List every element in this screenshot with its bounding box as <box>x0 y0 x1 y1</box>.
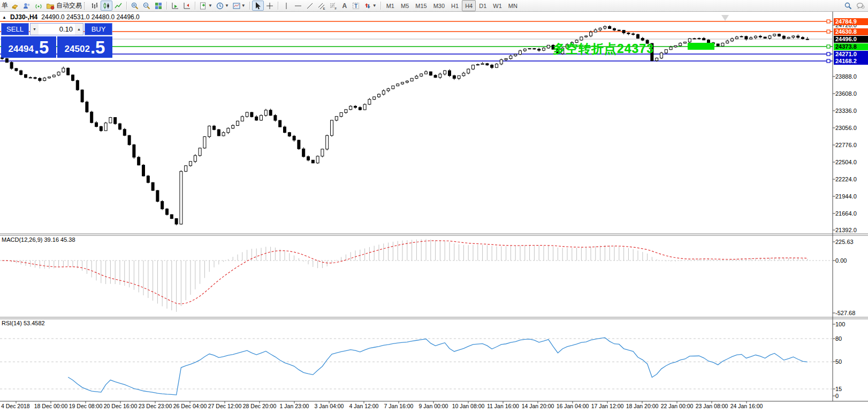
timeframe-m30[interactable]: M30 <box>430 0 448 11</box>
rsi-axis-tick: 80 <box>835 335 842 342</box>
timeframe-m15[interactable]: M15 <box>412 0 430 11</box>
timeframe-mn[interactable]: MN <box>505 0 521 11</box>
sell-price[interactable]: 24494 .5 <box>1 36 56 58</box>
bar-chart-icon[interactable] <box>89 1 101 11</box>
chevron-down-icon: ▼ <box>208 3 212 8</box>
volume-decrease-button[interactable]: ▼ <box>31 24 39 35</box>
tile-windows-icon[interactable] <box>153 1 164 11</box>
text-tool[interactable]: A <box>339 1 350 11</box>
time-axis-label: 9 Jan 00:00 <box>419 403 448 409</box>
collapse-arrow-icon[interactable]: ▲ <box>2 15 6 20</box>
timeframe-w1[interactable]: W1 <box>490 0 505 11</box>
community-icon[interactable] <box>21 1 33 11</box>
time-axis-label: 18 Dec 00:00 <box>34 403 67 409</box>
macd-axis-tick: 0.00 <box>835 257 847 264</box>
volume-stepper: ▼ ▲ <box>30 23 83 35</box>
chart-shift-icon[interactable] <box>181 1 193 11</box>
macd-axis-tick: -527.68 <box>835 310 855 316</box>
time-axis-label: 28 Dec 20:00 <box>243 403 276 409</box>
text-label-tool[interactable]: T <box>350 1 362 11</box>
volume-input[interactable] <box>39 24 75 35</box>
time-axis-label: 20 Dec 16:00 <box>104 403 137 409</box>
autotrading-label: 自动交易 <box>56 1 82 10</box>
price-badge: 24168.2 <box>834 58 868 65</box>
macd-indicator-label: MACD(12,26,9) 39.16 45.38 <box>2 236 75 243</box>
time-axis-label: 23 Jan 08:00 <box>696 403 728 409</box>
time-axis-label: 11 Jan 16:00 <box>487 403 519 409</box>
price-axis-tick: 23336.0 <box>835 108 857 114</box>
time-axis-label: 4 Jan 12:00 <box>349 403 379 409</box>
ohlc-values: 24490.0 24531.0 24480.0 24496.0 <box>41 13 140 21</box>
timeframe-d1[interactable]: D1 <box>476 0 490 11</box>
time-axis-label: 26 Dec 04:00 <box>173 403 207 409</box>
horizontal-line-tool[interactable] <box>292 1 304 11</box>
candlestick-chart-icon[interactable] <box>101 1 112 11</box>
timeframe-m1[interactable]: M1 <box>383 0 398 11</box>
chat-icon[interactable] <box>854 1 866 11</box>
time-axis-label: 1 Jan 23:00 <box>280 403 309 409</box>
svg-text:E: E <box>323 7 325 10</box>
price-axis-tick: 21944.0 <box>835 193 857 200</box>
periods-button[interactable]: ▼ <box>214 1 231 11</box>
price-badge: 24373.8 <box>834 43 868 50</box>
auto-scroll-icon[interactable] <box>169 1 181 11</box>
new-order-button[interactable]: 单 <box>2 1 8 10</box>
time-axis-label: 19 Dec 08:00 <box>69 403 102 409</box>
sell-button[interactable]: SELL <box>1 23 29 35</box>
time-axis-label: 7 Jan 16:00 <box>384 403 414 409</box>
signals-icon[interactable] <box>33 1 44 11</box>
chevron-down-icon: ▼ <box>241 3 246 8</box>
templates-button[interactable]: ▼ <box>231 1 247 11</box>
timeframe-m5[interactable]: M5 <box>398 0 412 11</box>
new-chart-button[interactable]: ▼ <box>197 1 214 11</box>
rsi-indicator-label: RSI(14) 53.4582 <box>2 320 45 326</box>
equidistant-channel-tool[interactable]: E <box>316 1 328 11</box>
svg-text:T: T <box>354 3 357 9</box>
time-axis-label: 3 Jan 04:00 <box>315 403 344 409</box>
line-chart-icon[interactable] <box>112 1 124 11</box>
time-axis-label: 24 Jan 16:00 <box>730 403 763 409</box>
rsi-axis-tick: 15 <box>835 386 842 392</box>
time-axis-label: 27 Dec 12:00 <box>208 403 241 409</box>
buy-button[interactable]: BUY <box>85 23 112 35</box>
autotrading-button[interactable]: 自动交易 <box>44 1 83 11</box>
chevron-down-icon: ▼ <box>372 3 377 8</box>
price-badge: 24630.8 <box>834 28 868 35</box>
buy-price[interactable]: 24502 .5 <box>57 36 112 58</box>
zoom-out-icon[interactable] <box>141 1 153 11</box>
chart-window: ▲ DJ30-,H4 24490.0 24531.0 24480.0 24496… <box>0 12 868 413</box>
timeframe-group: M1M5M15M30H1H4D1W1MN <box>383 0 521 11</box>
price-axis-tick: 23608.0 <box>835 90 857 97</box>
rsi-axis-tick: 50 <box>835 358 842 365</box>
fibonacci-tool[interactable]: F <box>328 1 339 11</box>
timeframe-h4[interactable]: H4 <box>462 0 476 11</box>
zoom-in-icon[interactable] <box>129 1 141 11</box>
time-axis-label: 23 Dec 23:00 <box>139 403 172 409</box>
price-axis-tick: 23888.0 <box>835 73 857 80</box>
price-axis-tick: 22776.0 <box>835 142 857 148</box>
crosshair-tool[interactable] <box>264 1 276 11</box>
price-badge: 24784.9 <box>834 18 868 25</box>
price-badge: 24496.0 <box>834 36 868 43</box>
rsi-axis-tick: 0 <box>835 393 839 399</box>
time-axis-label: 16 Jan 04:00 <box>557 403 589 409</box>
chart-canvas[interactable] <box>0 12 868 413</box>
svg-text:F: F <box>334 7 337 10</box>
toolbar: 单 自动交易 ▼ ▼ ▼ E F A T ▼ M1M5M15M30H1H4D1W… <box>0 0 868 12</box>
search-icon[interactable] <box>842 1 854 11</box>
price-axis-tick: 22224.0 <box>835 176 857 182</box>
macd-axis-tick: 225.63 <box>835 239 854 245</box>
price-badge: 24271.0 <box>834 51 868 58</box>
chart-title: ▲ DJ30-,H4 24490.0 24531.0 24480.0 24496… <box>2 13 140 21</box>
text-annotation[interactable]: 多空转折点24373 <box>553 41 654 57</box>
arrows-tool[interactable]: ▼ <box>362 1 378 11</box>
price-axis-tick: 23056.0 <box>835 125 857 131</box>
market-watch-gold-icon[interactable] <box>9 1 21 11</box>
trendline-tool[interactable] <box>304 1 316 11</box>
volume-increase-button[interactable]: ▲ <box>75 24 83 35</box>
time-axis-label: 10 Jan 08:00 <box>452 403 485 409</box>
cursor-tool[interactable] <box>252 1 264 11</box>
price-axis-tick: 21664.0 <box>835 210 857 217</box>
timeframe-h1[interactable]: H1 <box>448 0 462 11</box>
vertical-line-tool[interactable] <box>280 1 292 11</box>
